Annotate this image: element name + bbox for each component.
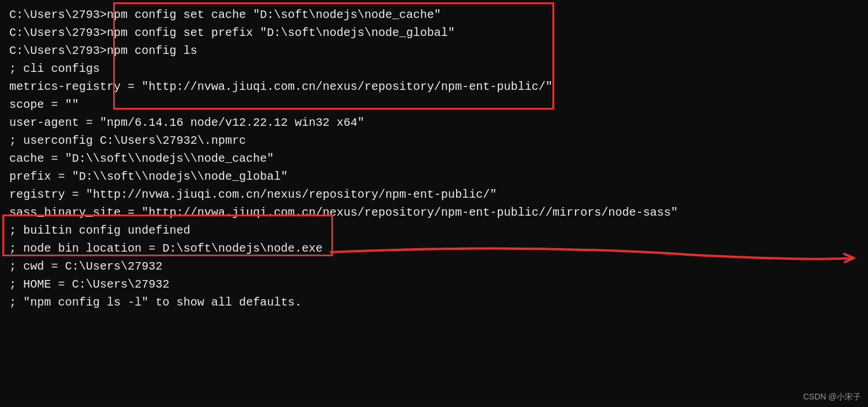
terminal-line: C:\Users\2793>npm config set prefix "D:\…: [9, 24, 859, 42]
terminal-line: cache = "D:\\soft\\nodejs\\node_cache": [9, 150, 859, 168]
terminal-line: scope = "": [9, 96, 859, 114]
terminal-window: C:\Users\2793>npm config set cache "D:\s…: [0, 0, 868, 317]
terminal-line: metrics-registry = "http://nvwa.jiuqi.co…: [9, 78, 859, 96]
terminal-line: C:\Users\2793>npm config set cache "D:\s…: [9, 6, 859, 24]
terminal-line: ; cli configs: [9, 60, 859, 78]
terminal-line: ; userconfig C:\Users\27932\.npmrc: [9, 132, 859, 150]
terminal-line: user-agent = "npm/6.14.16 node/v12.22.12…: [9, 114, 859, 132]
terminal-line: registry = "http://nvwa.jiuqi.com.cn/nex…: [9, 186, 859, 204]
terminal-line: prefix = "D:\\soft\\nodejs\\node_global": [9, 168, 859, 186]
terminal-line: ; HOME = C:\Users\27932: [9, 275, 859, 293]
terminal-line: C:\Users\2793>npm config ls: [9, 42, 859, 60]
terminal-line: ; node bin location = D:\soft\nodejs\nod…: [9, 239, 859, 257]
terminal-line: ; builtin config undefined: [9, 221, 859, 239]
terminal-line: ; cwd = C:\Users\27932: [9, 257, 859, 275]
terminal-line: sass_binary_site = "http://nvwa.jiuqi.co…: [9, 204, 859, 221]
watermark: CSDN @小宋子: [803, 392, 861, 402]
terminal-line: ; "npm config ls -l" to show all default…: [9, 293, 859, 311]
